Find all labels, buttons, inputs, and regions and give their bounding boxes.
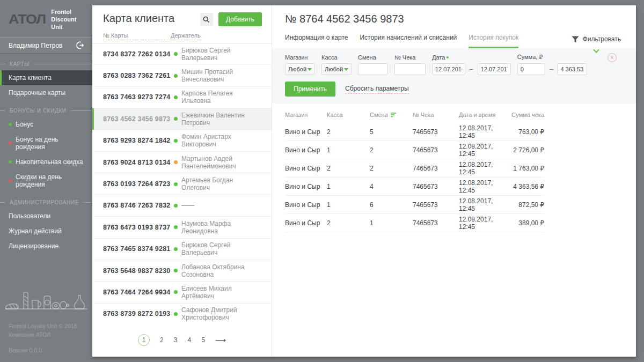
- sidebar-item-birthday-bonus[interactable]: Бонус на день рождения: [0, 132, 92, 154]
- table-cell: Вино и Сыр: [285, 165, 327, 172]
- card-status-dot: [174, 204, 178, 208]
- table-cell: 6: [370, 201, 413, 209]
- sidebar-item-birthday-discounts[interactable]: Скидки на день рождения: [0, 169, 92, 192]
- page-5[interactable]: 5: [201, 336, 205, 344]
- column-card-number[interactable]: № Карты: [103, 32, 171, 40]
- table-row[interactable]: Вино и Сыр16746567312.08.2017, 12:45872,…: [285, 196, 544, 214]
- filter-close-icon[interactable]: ×: [608, 53, 617, 62]
- logout-icon[interactable]: [76, 41, 85, 50]
- tab-accrual-history[interactable]: История начислений и списаний: [360, 29, 457, 48]
- tab-purchase-history[interactable]: История покупок: [469, 29, 518, 48]
- card-status-dot: [174, 182, 178, 186]
- card-status-dot: [174, 225, 178, 229]
- table-cell: 4: [370, 183, 413, 190]
- sidebar-item-client-card[interactable]: Карта клиента: [0, 70, 92, 85]
- table-cell: 2: [327, 219, 370, 227]
- chevron-down-icon: [308, 68, 312, 71]
- page-4[interactable]: 4: [187, 336, 191, 344]
- table-row[interactable]: Вино и Сыр22746567312.08.2017, 12:451 76…: [285, 159, 544, 178]
- cashbox-select[interactable]: Любой: [321, 63, 352, 75]
- add-card-button[interactable]: Добавить: [218, 12, 262, 26]
- user-bar: Владимир Петров: [0, 37, 92, 54]
- sort-icon[interactable]: [391, 113, 397, 117]
- list-item[interactable]: 8763 9024 8713 0134Мартынов Авдей Пантел…: [92, 152, 272, 173]
- table-cell: 1: [327, 183, 370, 190]
- shift-input[interactable]: [358, 63, 388, 75]
- table-cell: Вино и Сыр: [285, 183, 327, 190]
- filter-toggle-button[interactable]: Фильтровать: [569, 31, 623, 48]
- card-holder: Мишин Протасий Вячеславович: [181, 68, 261, 83]
- table-cell: 7465673: [413, 146, 459, 154]
- search-button[interactable]: [200, 13, 213, 26]
- list-item[interactable]: 8763 9293 8274 1842Фомин Аристарх Виктор…: [92, 130, 272, 152]
- list-item[interactable]: 8763 6473 0193 8737Наумова Марфа Леонидо…: [92, 217, 272, 238]
- table-header-label[interactable]: Магазин: [285, 112, 308, 118]
- card-status-dot: [174, 74, 178, 78]
- purchase-table-body: Вино и Сыр25746567312.08.2017, 12:45763,…: [285, 123, 544, 232]
- card-number: 8763 0193 7264 8723: [103, 180, 181, 188]
- sidebar-item-label: Пользователи: [9, 212, 50, 220]
- table-header-label[interactable]: Смена: [370, 112, 388, 118]
- date-from-input[interactable]: [432, 63, 465, 75]
- column-holder[interactable]: Держатель: [171, 32, 201, 40]
- table-cell: 1: [370, 219, 413, 227]
- table-cell: 12.08.2017, 12:45: [459, 143, 508, 158]
- reset-filter-link[interactable]: Сбросить параметры: [345, 85, 409, 94]
- list-item[interactable]: 8734 8372 7262 0134Бирюков Сергей Валерь…: [92, 43, 272, 65]
- page-3[interactable]: 3: [174, 336, 178, 344]
- sidebar-item-label: Бонус на день рождения: [16, 136, 87, 151]
- list-item[interactable]: 8763 4562 3456 9873Ежевичкин Валентин Пе…: [92, 108, 272, 130]
- table-cell: Вино и Сыр: [285, 219, 327, 227]
- sum-to-input[interactable]: [557, 63, 587, 75]
- filter-field-receipt: № Чека: [394, 54, 426, 75]
- sidebar-item-cumulative-discount[interactable]: Накопительная скидка: [0, 154, 92, 169]
- table-row[interactable]: Вино и Сыр21746567312.08.2017, 12:45389,…: [285, 214, 544, 232]
- sidebar-section-administration: АдминистрированиеПользователиЖурнал дейс…: [0, 200, 92, 254]
- card-number: 8763 7463 9273 7274: [103, 93, 181, 101]
- table-header-label[interactable]: Дата и время: [459, 112, 495, 118]
- table-row[interactable]: Вино и Сыр25746567312.08.2017, 12:45763,…: [285, 123, 544, 141]
- card-number: 8734 8372 7262 0134: [103, 50, 181, 58]
- sidebar-item-label: Бонус: [16, 121, 33, 128]
- atol-logo: АТОЛ: [9, 12, 46, 27]
- table-cell: 872,50 ₽: [508, 201, 544, 209]
- shop-select[interactable]: Любой: [285, 63, 315, 75]
- list-item[interactable]: 8763 7465 8374 9281Бирюков Сергей Валерь…: [92, 239, 272, 260]
- receipt-number-input[interactable]: [394, 63, 426, 75]
- page-2[interactable]: 2: [160, 336, 164, 344]
- table-header-label[interactable]: Касса: [327, 112, 343, 118]
- table-cell: 12.08.2017, 12:45: [459, 179, 508, 194]
- card-status-dot: [174, 247, 178, 251]
- tab-card-info[interactable]: Информация о карте: [285, 29, 348, 48]
- list-item[interactable]: 8763 0283 7362 7261Мишин Протасий Вячесл…: [92, 65, 272, 86]
- card-holder: Бирюков Сергей Валерьевич: [181, 47, 261, 62]
- sidebar-item-licensing[interactable]: Лицензирование: [0, 239, 92, 254]
- table-cell: 12.08.2017, 12:45: [459, 161, 508, 176]
- list-item[interactable]: 8763 8739 8272 0193Сафонов Дмитрий Христ…: [92, 304, 272, 323]
- card-holder: ——: [181, 202, 194, 209]
- table-row[interactable]: Вино и Сыр14746567312.08.2017, 12:454 36…: [285, 178, 544, 196]
- next-page-arrow-icon[interactable]: ⟶: [215, 336, 226, 344]
- sidebar-item-gift-cards[interactable]: Подарочные карты: [0, 85, 92, 100]
- table-header-5: Сумма чека: [508, 112, 544, 118]
- list-item[interactable]: 8763 7464 7264 9934Елисеев Михаил Артёмо…: [92, 282, 272, 303]
- sum-from-input[interactable]: [517, 63, 545, 75]
- filter-funnel-icon: [572, 36, 579, 43]
- table-cell: 1: [327, 201, 370, 209]
- list-item[interactable]: 8763 8746 7263 7832——: [92, 195, 272, 217]
- date-to-input[interactable]: [478, 63, 511, 75]
- list-item[interactable]: 8763 0193 7264 8723Артемьев Богдан Олего…: [92, 173, 272, 195]
- sidebar-item-action-log[interactable]: Журнал действий: [0, 224, 92, 239]
- filter-field-shift: Смена: [358, 54, 388, 75]
- apply-filter-button[interactable]: Применить: [285, 82, 335, 97]
- list-item[interactable]: 8763 5648 9837 8230Лобанова Октябрина Со…: [92, 260, 272, 282]
- sidebar-item-users[interactable]: Пользователи: [0, 209, 92, 224]
- list-item[interactable]: 8763 7463 9273 7274Карпова Пелагея Ильяо…: [92, 87, 272, 108]
- sidebar-item-bonus[interactable]: Бонус: [0, 117, 92, 132]
- table-cell: 2 726,00 ₽: [508, 146, 544, 154]
- page-current[interactable]: 1: [138, 334, 150, 346]
- table-header-label[interactable]: Сумма чека: [511, 112, 544, 118]
- table-row[interactable]: Вино и Сыр12746567312.08.2017, 12:452 72…: [285, 141, 544, 159]
- table-header-label[interactable]: № Чека: [413, 112, 434, 118]
- sidebar-item-label: Журнал действий: [9, 227, 62, 235]
